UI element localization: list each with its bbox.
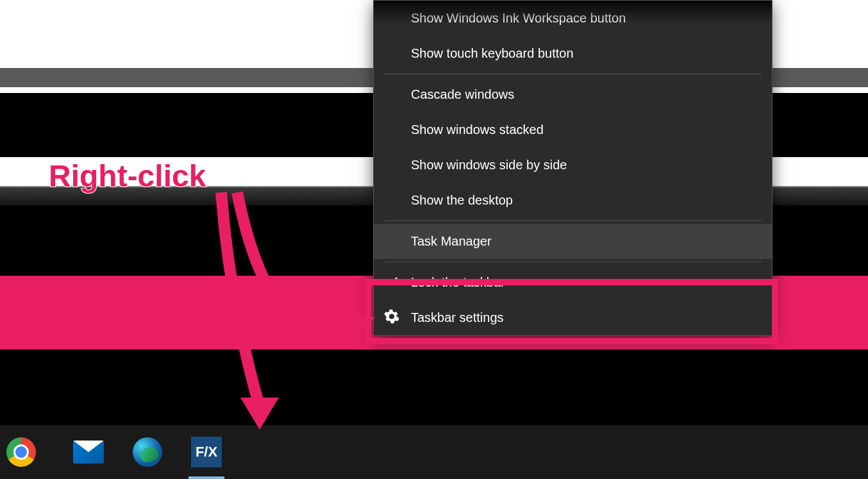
active-indicator: [188, 476, 224, 479]
menu-item-label: Show windows side by side: [411, 158, 567, 172]
menu-item-cascade[interactable]: Cascade windows: [374, 77, 772, 112]
menu-item-label: Show Windows Ink Workspace button: [411, 11, 626, 25]
menu-item-side-by-side[interactable]: Show windows side by side: [374, 147, 772, 183]
taskbar-context-menu: Show Windows Ink Workspace button Show t…: [373, 0, 772, 336]
taskbar-app-mail[interactable]: [59, 425, 118, 479]
menu-item-task-manager[interactable]: Task Manager: [374, 224, 772, 259]
menu-item-label: Show touch keyboard button: [411, 46, 574, 60]
chrome-icon: [6, 437, 36, 467]
menu-item-label: Show windows stacked: [411, 122, 544, 137]
menu-item-touch-keyboard[interactable]: Show touch keyboard button: [374, 36, 772, 71]
menu-divider: [384, 221, 762, 221]
menu-item-label: Task Manager: [411, 234, 492, 248]
menu-item-ink-workspace[interactable]: Show Windows Ink Workspace button: [374, 1, 772, 36]
menu-item-stacked[interactable]: Show windows stacked: [374, 112, 772, 147]
menu-item-lock-taskbar[interactable]: Lock the taskbar: [374, 265, 772, 300]
menu-item-taskbar-settings[interactable]: Taskbar settings: [374, 300, 772, 335]
gear-icon: [384, 308, 399, 327]
check-icon: [385, 274, 399, 291]
taskbar[interactable]: F/X: [0, 425, 868, 479]
menu-item-label: Cascade windows: [411, 87, 514, 101]
fx-icon: F/X: [191, 437, 222, 467]
annotation-label: Right-click: [49, 158, 206, 194]
mail-icon: [73, 441, 104, 464]
menu-item-label: Show the desktop: [411, 193, 513, 207]
taskbar-app-fx[interactable]: F/X: [177, 425, 236, 479]
edge-icon: [133, 437, 162, 467]
menu-item-label: Taskbar settings: [411, 310, 504, 324]
menu-item-label: Lock the taskbar: [411, 275, 505, 289]
menu-divider: [384, 262, 762, 262]
menu-item-show-desktop[interactable]: Show the desktop: [374, 183, 772, 218]
taskbar-app-chrome[interactable]: [0, 425, 59, 479]
menu-divider: [384, 74, 762, 74]
taskbar-app-edge[interactable]: [118, 425, 177, 479]
